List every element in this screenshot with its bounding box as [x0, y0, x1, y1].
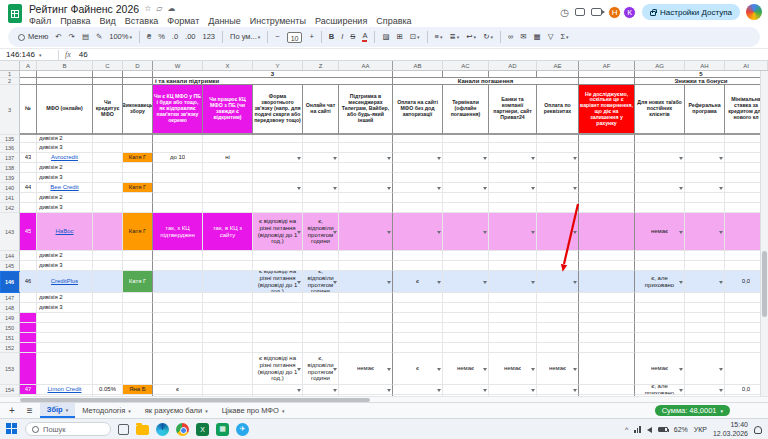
- cell-aa-148[interactable]: [339, 303, 393, 313]
- cell-z-140[interactable]: [303, 183, 339, 193]
- column-header-ad[interactable]: AD: [489, 61, 537, 70]
- cell-c-137[interactable]: [93, 153, 123, 163]
- cell-aa-137[interactable]: [339, 153, 393, 163]
- cell-af-149[interactable]: [579, 313, 635, 323]
- cell-a-144[interactable]: [20, 251, 37, 261]
- cell-ab-147[interactable]: [393, 293, 443, 303]
- cell-dropdown-arrow-icon[interactable]: [531, 187, 535, 190]
- cell-af-148[interactable]: [579, 303, 635, 313]
- row-header-146[interactable]: 146: [0, 271, 20, 293]
- font-select[interactable]: По ум...▾: [227, 29, 263, 45]
- cell-x-150[interactable]: [203, 323, 253, 333]
- cell-c-146[interactable]: [93, 271, 123, 293]
- cell-dropdown-arrow-icon[interactable]: [297, 231, 301, 234]
- cell-aa-141[interactable]: [339, 193, 393, 203]
- print-button[interactable]: ▤: [79, 29, 92, 45]
- cell-ab-153[interactable]: є: [393, 353, 443, 385]
- cell-c-150[interactable]: [93, 323, 123, 333]
- cell-b-140[interactable]: Bee Credit: [37, 183, 93, 193]
- cell-z-144[interactable]: [303, 251, 339, 261]
- cell-ah-154[interactable]: [685, 385, 725, 395]
- cell-ab-143[interactable]: [393, 213, 443, 251]
- presence-avatar[interactable]: К: [623, 6, 636, 19]
- cell-aa-150[interactable]: [339, 323, 393, 333]
- font-size-increase-button[interactable]: +: [306, 29, 316, 45]
- cell-d-144[interactable]: [123, 251, 153, 261]
- cell-a-153[interactable]: [20, 353, 37, 385]
- row-header-138[interactable]: 138: [0, 163, 20, 173]
- volume-icon[interactable]: [647, 427, 652, 433]
- row-header-153[interactable]: 153: [0, 353, 20, 385]
- cell-x-152[interactable]: [203, 343, 253, 353]
- cell-dropdown-arrow-icon[interactable]: [483, 157, 487, 160]
- cell-w-146[interactable]: [153, 271, 203, 293]
- cell-ae-151[interactable]: [537, 333, 579, 343]
- cell-dropdown-arrow-icon[interactable]: [387, 368, 391, 371]
- cell-c-153[interactable]: [93, 353, 123, 385]
- cell-ag-152[interactable]: [635, 343, 685, 353]
- cell-ad-143[interactable]: [489, 213, 537, 251]
- cell-ab-144[interactable]: [393, 251, 443, 261]
- cell-dropdown-arrow-icon[interactable]: [437, 389, 441, 392]
- file-explorer-icon[interactable]: [136, 425, 149, 435]
- row-header-2[interactable]: 2: [0, 78, 20, 85]
- cell-ah-145[interactable]: [685, 261, 725, 271]
- column-header-ai[interactable]: AI: [725, 61, 768, 70]
- cell-dropdown-arrow-icon[interactable]: [531, 157, 535, 160]
- cell-d-139[interactable]: [123, 173, 153, 183]
- cell-ag-154[interactable]: є, але приховано: [635, 385, 685, 395]
- cell-d-150[interactable]: [123, 323, 153, 333]
- column-header-z[interactable]: Z: [303, 61, 339, 70]
- cell-ag-138[interactable]: [635, 163, 685, 173]
- cell-ad-154[interactable]: [489, 385, 537, 395]
- cell-d-148[interactable]: [123, 303, 153, 313]
- cell-ag-149[interactable]: [635, 313, 685, 323]
- row-header-135[interactable]: 135: [0, 135, 20, 143]
- cell-dropdown-arrow-icon[interactable]: [333, 281, 337, 284]
- cell-dropdown-arrow-icon[interactable]: [297, 187, 301, 190]
- cell-y-141[interactable]: [253, 193, 303, 203]
- cell-af-147[interactable]: [579, 293, 635, 303]
- cell-ac-154[interactable]: [443, 385, 489, 395]
- cell-y-139[interactable]: [253, 173, 303, 183]
- cell-ad-141[interactable]: [489, 193, 537, 203]
- cell-c-136[interactable]: [93, 143, 123, 153]
- cell-w-143[interactable]: так, з КЦ підтверджен: [153, 213, 203, 251]
- cell-ae-153[interactable]: немає: [537, 353, 579, 385]
- column-header-af[interactable]: AF: [579, 61, 635, 70]
- cell-z-147[interactable]: [303, 293, 339, 303]
- cell-dropdown-arrow-icon[interactable]: [387, 157, 391, 160]
- cell-dropdown-arrow-icon[interactable]: [573, 368, 577, 371]
- cell-dropdown-arrow-icon[interactable]: [333, 389, 337, 392]
- cell-ad-138[interactable]: [489, 163, 537, 173]
- cell-x-149[interactable]: [203, 313, 253, 323]
- cell-dropdown-arrow-icon[interactable]: [333, 368, 337, 371]
- row-header-150[interactable]: 150: [0, 323, 20, 333]
- add-sheet-button[interactable]: +: [4, 405, 20, 416]
- cell-dropdown-arrow-icon[interactable]: [719, 389, 723, 392]
- cell-b-149[interactable]: [37, 313, 93, 323]
- cell-ah-135[interactable]: [685, 135, 725, 143]
- cell-w-138[interactable]: [153, 163, 203, 173]
- column-header-ah[interactable]: AH: [685, 61, 725, 70]
- cell-dropdown-arrow-icon[interactable]: [437, 231, 441, 234]
- telegram-icon[interactable]: ✈: [236, 423, 249, 436]
- vertical-align-button[interactable]: ≣▾: [447, 29, 463, 45]
- cell-ab-135[interactable]: [393, 135, 443, 143]
- italic-button[interactable]: I: [338, 29, 346, 45]
- cell-dropdown-arrow-icon[interactable]: [679, 368, 683, 371]
- cell-aa-136[interactable]: [339, 143, 393, 153]
- cell-aa-153[interactable]: немає: [339, 353, 393, 385]
- cell-z-152[interactable]: [303, 343, 339, 353]
- menu-item-0[interactable]: Файл: [29, 16, 51, 26]
- cell-y-136[interactable]: [253, 143, 303, 153]
- cell-ah-141[interactable]: [685, 193, 725, 203]
- cell-ag-153[interactable]: немає: [635, 353, 685, 385]
- cell-aa-144[interactable]: [339, 251, 393, 261]
- cell-ah-139[interactable]: [685, 173, 725, 183]
- cell-af-144[interactable]: [579, 251, 635, 261]
- cell-ah-151[interactable]: [685, 333, 725, 343]
- language-indicator[interactable]: УКР: [694, 426, 707, 433]
- cell-ah-146[interactable]: [685, 271, 725, 293]
- cell-d-146[interactable]: Катя Г: [123, 271, 153, 293]
